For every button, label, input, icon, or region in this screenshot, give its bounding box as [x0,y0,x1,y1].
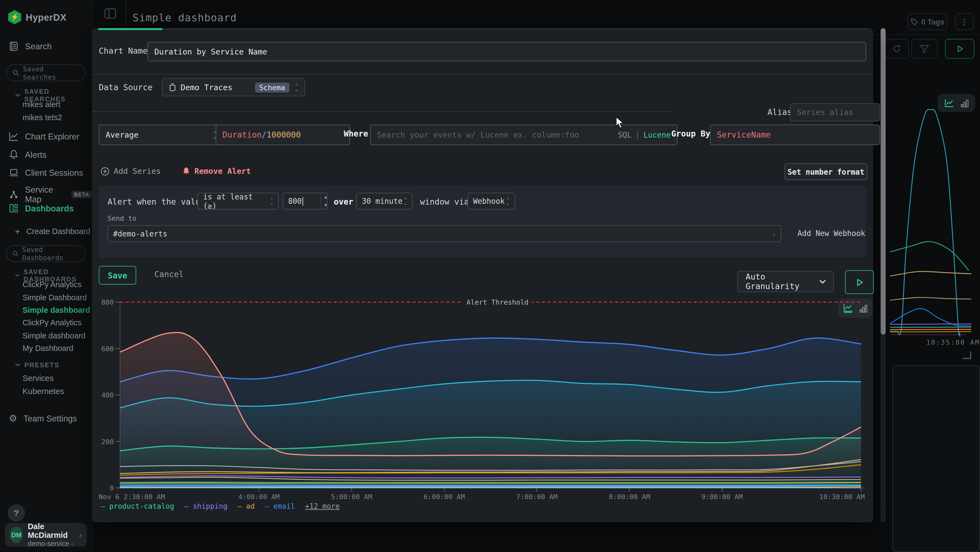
dashboard-item[interactable]: ClickPy Analytics [22,280,82,289]
alert-condition-select[interactable]: is at least (≥) ⌃⌄ [197,193,279,209]
save-button[interactable]: Save [99,266,136,285]
chart-name-input[interactable]: Duration by Service Name [148,42,866,61]
select-chevrons-icon: ⌃⌄ [404,198,407,204]
svg-text:Nov 6 2:30:00 AM: Nov 6 2:30:00 AM [99,493,165,501]
tag-icon [911,18,918,26]
webhook-select[interactable]: #demo-alerts ⌄ [108,225,781,242]
gear-icon: ⚙ [9,413,17,424]
sidebar-item-service-map[interactable]: Service Map BETA [9,185,92,204]
saved-dashboards-placeholder: Saved Dashboards [22,246,80,262]
page-title: Simple dashboard [132,12,237,24]
background-panel [892,365,980,552]
sidebar-item-team-settings[interactable]: ⚙ Team Settings [9,413,77,424]
data-source-select[interactable]: Demo Traces Schema ⌃⌄ [162,78,305,96]
legend-item[interactable]: — product-catalog [101,502,174,510]
run-chart-button[interactable] [845,270,874,294]
chart-explorer-icon [9,131,19,141]
brand-label: HyperDX [25,12,67,22]
play-icon [855,278,864,286]
legend-item[interactable]: — email [265,502,295,510]
remove-alert-button[interactable]: Remove Alert [182,166,251,176]
brand[interactable]: ⚡ HyperDX [8,10,67,24]
user-name: Dale McDiarmid [28,522,74,540]
refresh-button[interactable] [885,39,909,59]
tags-button[interactable]: 0 Tags [908,13,948,30]
alert-channel-select[interactable]: Webhook ⌃⌄ [468,193,515,209]
cancel-button[interactable]: Cancel [154,270,184,279]
schema-badge: Schema [255,82,290,93]
add-series-button[interactable]: Add Series [101,166,161,176]
field-expression-input[interactable]: Duration/1000000 [216,124,350,145]
dashboard-item[interactable]: ClickPy Analytics [22,319,82,327]
sidebar-item-dashboards[interactable]: Dashboards [9,203,74,213]
alert-threshold-input[interactable]: 800 ▲▼ [283,193,328,209]
group-by-input[interactable]: ServiceName [710,124,880,145]
kebab-menu-button[interactable]: ⋮ [955,13,974,30]
where-search-input[interactable]: Search your events w/ Lucene ex. column:… [370,124,678,145]
set-number-format-button[interactable]: Set number format [784,163,867,180]
resize-handle-icon[interactable] [963,351,971,359]
dashboard-item[interactable]: My Dashboard [22,344,73,353]
svg-text:0: 0 [110,484,114,492]
sidebar-collapse-icon[interactable] [104,8,116,19]
refresh-icon [892,45,901,53]
presets-header[interactable]: PRESETS [15,361,59,369]
sidebar-item-client-sessions[interactable]: Client Sessions [9,168,83,178]
preset-item[interactable]: Services [22,373,54,383]
alias-label: Alias [767,108,792,117]
dashboard-item-active[interactable]: Simple dashboard [22,306,91,315]
play-icon [956,45,964,53]
database-icon [169,83,177,91]
alias-input[interactable]: Series alias [790,103,880,121]
sidebar-item-search[interactable]: Search [9,41,52,51]
create-dashboard-button[interactable]: + Create Dashboard [15,227,90,236]
chevron-down-icon [15,273,20,277]
saved-dashboards-input[interactable]: Saved Dashboards [6,245,86,262]
svg-text:800: 800 [101,298,114,306]
svg-text:4:00:00 AM: 4:00:00 AM [238,493,280,501]
svg-text:Alert Threshold: Alert Threshold [466,298,529,306]
aggregation-select[interactable]: Average ⌃⌄ [99,124,223,145]
number-stepper[interactable]: ▲▼ [320,193,327,209]
tab-strip-line [162,29,867,29]
modal-scrollbar [881,28,886,522]
svg-text:5:00:00 AM: 5:00:00 AM [331,493,372,501]
chevron-down-icon [15,93,21,97]
legend-item[interactable]: +12 more [305,502,340,510]
run-query-button[interactable] [945,39,974,59]
beta-badge: BETA [72,191,92,198]
help-button[interactable]: ? [8,504,25,522]
legend-item[interactable]: — shipping [184,502,228,510]
svg-text:8:00:00 AM: 8:00:00 AM [609,493,650,501]
divider [92,74,873,74]
app-window: ⚡ HyperDX Search Saved Searches SAVED SE… [0,0,980,552]
search-icon [13,250,19,257]
saved-searches-input[interactable]: Saved Searches [6,64,86,81]
dashboards-icon [9,203,19,213]
granularity-select[interactable]: Auto Granularity [737,271,834,292]
user-menu[interactable]: DM Dale McDiarmid demo-service - › [5,523,87,547]
legend-item[interactable]: — ad [237,502,255,510]
scrollbar-thumb[interactable] [881,28,886,335]
alert-window-select[interactable]: 30 minute ⌃⌄ [356,193,413,209]
duration-chart[interactable]: 0200400600800Nov 6 2:30:00 AM4:00:00 AM5… [99,298,873,504]
edit-chart-modal: Chart Name Duration by Service Name Data… [92,28,873,522]
divider [92,112,670,112]
query-language-toggle[interactable]: SQL|Lucene [618,131,671,139]
sidebar-item-chart-explorer[interactable]: Chart Explorer [9,131,80,141]
dashboard-item[interactable]: Simple dashboard [22,332,86,340]
alert-config-panel: Alert when the value is at least (≥) ⌃⌄ … [99,186,866,258]
background-mini-chart: 10:35:00 AM [890,100,980,347]
saved-search-item[interactable]: mikes alert [22,100,60,109]
saved-search-item[interactable]: mikes tets2 [22,113,62,122]
dashboard-item[interactable]: Simple Dashboard [22,294,87,302]
add-new-webhook-link[interactable]: Add New Webhook [798,229,865,238]
sidebar: ⚡ HyperDX Search Saved Searches SAVED SE… [0,0,92,552]
preset-item[interactable]: Kubernetes [22,387,64,396]
avatar: DM [10,526,23,543]
filter-button[interactable] [911,39,937,59]
sidebar-item-alerts[interactable]: Alerts [9,150,46,160]
sidebar-item-label: Search [25,42,52,51]
laptop-icon [9,168,19,178]
logs-icon [9,41,19,51]
